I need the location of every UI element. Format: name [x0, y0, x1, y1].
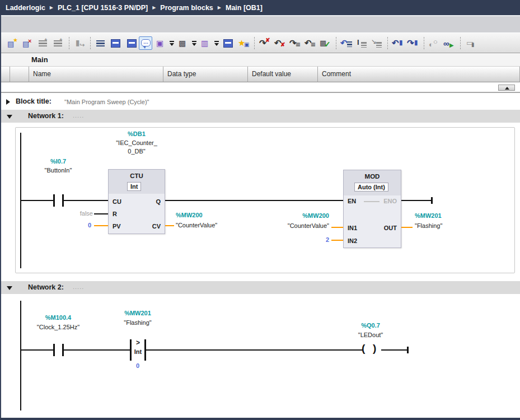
db-instance-name-line2[interactable]: 0_DB" — [97, 148, 176, 155]
mod-type-selector[interactable]: Auto (Int) — [354, 183, 388, 192]
wire-orange — [331, 240, 343, 241]
block-title-row[interactable]: Block title: "Main Program Sweep (Cycle)… — [1, 95, 520, 109]
breadcrumb-separator-icon: ▶ — [152, 5, 156, 10]
network-comments-toggle-icon[interactable]: … — [139, 36, 152, 50]
data-block-icon[interactable]: ▭▮ — [463, 36, 477, 50]
network-2-header[interactable]: Network 2: ..... — [1, 281, 520, 294]
insert-empty-box-dropdown-icon[interactable] — [169, 36, 175, 50]
db-instance-address[interactable]: %DB1 — [97, 130, 176, 137]
monitor-selection-icon[interactable]: ◐○ — [427, 36, 441, 50]
operand-name[interactable]: "ButtonIn" — [30, 167, 86, 174]
operand-address[interactable]: %Q0.7 — [337, 322, 404, 329]
comparator-type[interactable]: Int — [132, 348, 144, 355]
ctu-counter-block[interactable]: CTU Int CU R PV Q CV — [108, 169, 165, 234]
open-branch-icon[interactable] — [221, 36, 235, 50]
mod-block[interactable]: MOD Auto (Int) EN ENO IN1 IN2 OUT — [343, 170, 401, 248]
wire — [20, 349, 53, 351]
negate-contact-icon[interactable]: ▩ — [176, 36, 190, 50]
wire — [165, 200, 343, 201]
contact-clock[interactable] — [53, 344, 55, 356]
operand-address[interactable]: %MW200 — [251, 212, 329, 219]
network-2-comment[interactable]: ..... — [73, 283, 84, 290]
free-form-comment-icon[interactable]: ▮↪ — [72, 36, 86, 50]
window-gap-band — [1, 15, 520, 32]
operand-address[interactable]: %I0.7 — [30, 158, 86, 165]
breadcrumb-item-main-ob1[interactable]: Main [OB1] — [226, 4, 263, 12]
goto-application-icon[interactable]: ↘ — [369, 36, 383, 50]
pin-eno: ENO — [383, 198, 397, 204]
block-title-value[interactable]: "Main Program Sweep (Cycle)" — [64, 99, 149, 105]
operand-name[interactable]: "Flashing" — [104, 319, 171, 326]
operand-name[interactable]: "CounterValue" — [251, 222, 329, 229]
column-header-default-value[interactable]: Default value — [248, 67, 318, 82]
pin-in2: IN2 — [348, 237, 357, 244]
goto-usage-icon[interactable]: I — [354, 36, 368, 50]
toolbar-separator — [90, 37, 91, 49]
window-bottom-edge — [0, 418, 520, 420]
monitoring-onoff-icon[interactable]: ∞▶ — [442, 36, 456, 50]
wire — [64, 349, 130, 351]
operand-name[interactable]: "LEDout" — [337, 332, 404, 338]
table-splitter-row — [1, 82, 520, 93]
operand-address[interactable]: %M100.4 — [25, 314, 92, 321]
coil-ledout[interactable]: ) — [373, 342, 376, 354]
operand-name[interactable]: "CounterValue" — [176, 222, 217, 228]
ctu-type-selector[interactable]: Int — [127, 182, 141, 191]
goto-next-error-icon[interactable]: ↶✘ — [273, 36, 286, 50]
operand-name[interactable]: "Flashing" — [415, 222, 442, 229]
breadcrumb-item-project[interactable]: Ladderlogic — [6, 4, 45, 12]
coil-ledout[interactable]: ( — [362, 342, 365, 354]
insert-operand-icon[interactable]: ▥ — [199, 36, 212, 50]
sync-block-call-icon[interactable]: ↶▦ — [303, 36, 316, 50]
insert-row-icon[interactable]: ✦ — [36, 36, 49, 50]
delete-row-icon[interactable]: ✦ — [51, 36, 64, 50]
operand-address[interactable]: %MW200 — [176, 212, 203, 218]
wire — [94, 213, 108, 214]
expand-networks-icon[interactable] — [109, 36, 122, 50]
goto-previous-error-icon[interactable]: ↷✘ — [257, 36, 271, 50]
in2-input-value[interactable]: 2 — [307, 236, 329, 243]
delete-network-icon[interactable]: ▤× — [21, 36, 34, 50]
next-bookmark-icon[interactable]: ↷▮ — [406, 36, 419, 50]
block-name: Main — [31, 55, 48, 64]
operand-address[interactable]: %MW201 — [415, 212, 442, 219]
pin-in1: IN1 — [348, 225, 357, 231]
pin-cu: CU — [113, 198, 121, 205]
insert-network-icon[interactable]: ▤★ — [6, 36, 19, 50]
db-instance-name-line1[interactable]: "IEC_Counter_ — [97, 139, 176, 146]
rung-end-tick — [407, 347, 409, 353]
comparator-value[interactable]: 0 — [127, 362, 149, 369]
comparator-operator[interactable]: > — [132, 339, 144, 347]
previous-bookmark-icon[interactable]: ↶▮ — [391, 36, 404, 50]
column-gutter-2 — [10, 67, 29, 82]
network-1-header[interactable]: Network 1: ..... — [1, 110, 520, 123]
insert-operand-dropdown-icon[interactable] — [214, 36, 219, 50]
toolbar-separator — [424, 37, 424, 49]
collapse-arrow-icon[interactable] — [6, 99, 10, 105]
column-header-data-type[interactable]: Data type — [163, 67, 248, 82]
goto-definition-icon[interactable]: ↶ — [339, 36, 353, 50]
collapse-table-button[interactable] — [498, 85, 515, 91]
eno-dash — [364, 201, 380, 202]
column-header-name[interactable]: Name — [29, 67, 163, 82]
column-header-comment[interactable]: Comment — [318, 67, 520, 82]
absolute-operands-icon[interactable] — [93, 36, 107, 50]
r-input-value[interactable]: false — [59, 210, 93, 217]
network-1-comment[interactable]: ..... — [73, 112, 84, 119]
contact-buttonin[interactable] — [53, 194, 55, 207]
pv-input-value[interactable]: 0 — [69, 222, 91, 228]
collapse-networks-icon[interactable] — [124, 36, 137, 50]
operand-address[interactable]: %MW201 — [104, 310, 171, 316]
collapse-arrow-icon[interactable] — [7, 286, 12, 290]
toolbar-separator — [460, 37, 461, 49]
favorites-icon[interactable]: ★▣ — [236, 36, 250, 50]
update-block-call-icon[interactable]: ↷▦ — [288, 36, 301, 50]
collapse-arrow-icon[interactable] — [7, 115, 12, 119]
breadcrumb-item-program-blocks[interactable]: Program blocks — [160, 4, 213, 12]
consistency-check-icon[interactable]: ▩✓ — [318, 36, 331, 50]
operand-name[interactable]: "Clock_1.25Hz" — [25, 324, 92, 330]
insert-empty-box-icon[interactable]: ▣ — [154, 36, 167, 50]
toolbar-separator — [387, 37, 388, 49]
breadcrumb-item-plc[interactable]: PLC_1 [CPU 1516-3 PN/DP] — [58, 4, 148, 12]
negate-contact-dropdown-icon[interactable] — [191, 36, 197, 50]
